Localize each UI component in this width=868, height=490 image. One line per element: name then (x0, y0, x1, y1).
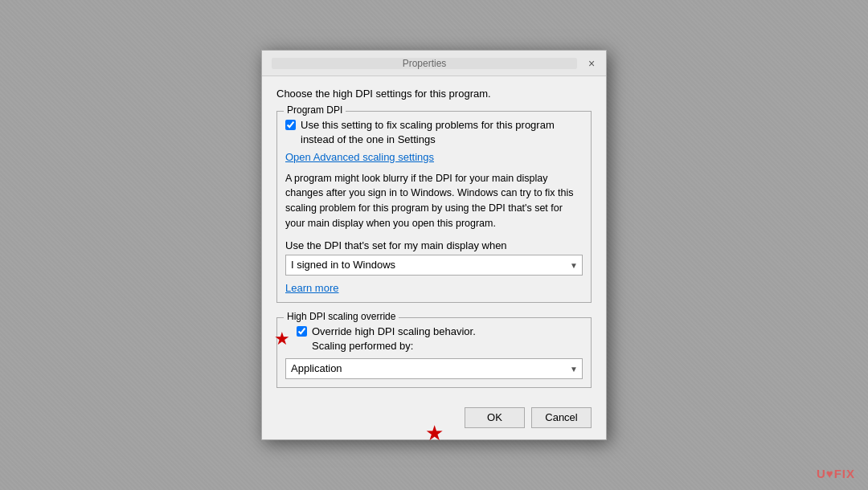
program-dpi-group: Program DPI Use this setting to fix scal… (276, 111, 592, 302)
watermark-heart: ♥ (826, 467, 834, 480)
dialog: Properties × Choose the high DPI setting… (261, 50, 607, 440)
open-advanced-link-row: Open Advanced scaling settings (285, 151, 583, 163)
program-dpi-checkbox-row: Use this setting to fix scaling problems… (285, 118, 583, 147)
star-icon-left: ★ (274, 329, 290, 349)
dialog-footer: OK Cancel ★ (262, 399, 606, 439)
dpi-dropdown-wrapper: I signed in to Windows I open this progr… (285, 255, 583, 276)
watermark-suffix: FIX (834, 467, 855, 480)
title-bar: Properties × (262, 51, 606, 76)
scaling-dropdown-wrapper: Application System System (Enhanced) ▼ (285, 358, 583, 379)
title-bar-text: Properties (272, 58, 577, 69)
high-dpi-checkbox-label: Override high DPI scaling behavior. Scal… (312, 325, 476, 353)
program-dpi-checkbox[interactable] (285, 120, 296, 130)
high-dpi-checkbox[interactable] (297, 326, 307, 337)
dialog-body: Choose the high DPI settings for this pr… (262, 76, 606, 399)
dpi-dropdown[interactable]: I signed in to Windows I open this progr… (285, 255, 583, 276)
program-dpi-description: A program might look blurry if the DPI f… (285, 171, 583, 231)
dialog-intro-text: Choose the high DPI settings for this pr… (276, 88, 592, 100)
watermark: U♥FIX (817, 467, 855, 480)
watermark-prefix: U (817, 467, 826, 480)
dropdown-label: Use the DPI that's set for my main displ… (285, 239, 583, 251)
scaling-dropdown[interactable]: Application System System (Enhanced) (285, 358, 583, 379)
star-icon-bottom: ★ (425, 421, 444, 446)
high-dpi-checkbox-row: ★ Override high DPI scaling behavior. Sc… (285, 325, 583, 353)
open-advanced-link[interactable]: Open Advanced scaling settings (285, 151, 434, 163)
close-button[interactable]: × (583, 55, 600, 71)
learn-more-link[interactable]: Learn more (285, 282, 338, 294)
high-dpi-label: High DPI scaling override (284, 311, 399, 322)
cancel-button[interactable]: Cancel (531, 407, 592, 428)
program-dpi-label: Program DPI (284, 104, 346, 116)
program-dpi-checkbox-label: Use this setting to fix scaling problems… (301, 118, 583, 147)
high-dpi-group: High DPI scaling override ★ Override hig… (276, 317, 592, 388)
learn-more-row: Learn more (285, 282, 583, 294)
ok-button[interactable]: OK (465, 407, 525, 428)
